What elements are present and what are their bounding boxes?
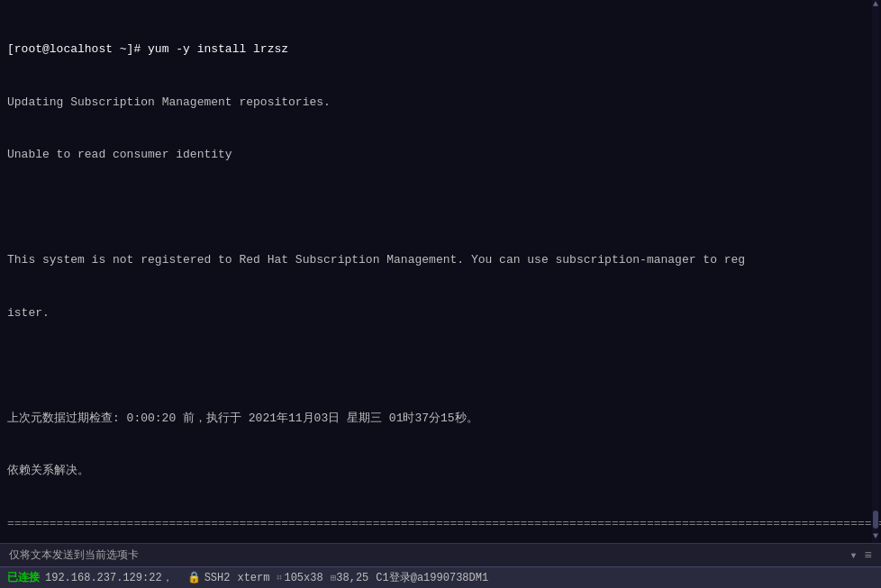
- terminal-line: ister.: [7, 304, 874, 322]
- send-bar-label: 仅将文本发送到当前选项卡: [9, 547, 139, 563]
- scroll-thumb[interactable]: [873, 511, 878, 529]
- cols-icon: ⌗: [277, 573, 282, 583]
- user2-label: @a1990738DM1: [411, 572, 488, 584]
- terminal-separator: ========================================…: [7, 515, 874, 533]
- dropdown-icon[interactable]: ▾: [849, 547, 857, 563]
- scroll-down-icon: ▼: [873, 532, 878, 541]
- term-label: xterm: [237, 572, 269, 584]
- ssh-label: SSH2: [204, 572, 231, 584]
- send-bar-actions: ▾ ≡: [849, 547, 872, 563]
- status-bar: 已连接 192.168.237.129:22， 🔒 SSH2 xterm ⌗ 1…: [0, 566, 881, 588]
- scroll-up-icon: ▲: [873, 0, 878, 9]
- connection-status: 已连接: [7, 570, 40, 585]
- zoom-level: 38,25: [336, 572, 368, 584]
- menu-icon[interactable]: ≡: [865, 548, 872, 563]
- send-text-bar: 仅将文本发送到当前选项卡 ▾ ≡: [0, 543, 881, 566]
- terminal-line: Unable to read consumer identity: [7, 146, 874, 164]
- user-label: C1登录: [376, 570, 410, 585]
- connection-ip: 192.168.237.129:22，: [45, 570, 173, 585]
- terminal-line: This system is not registered to Red Hat…: [7, 251, 874, 269]
- terminal-line: Updating Subscription Management reposit…: [7, 94, 874, 112]
- terminal-window[interactable]: [root@localhost ~]# yum -y install lrzsz…: [0, 0, 881, 543]
- terminal-output: [root@localhost ~]# yum -y install lrzsz…: [7, 5, 874, 543]
- lock-icon: 🔒: [187, 571, 201, 584]
- terminal-line: [7, 357, 874, 375]
- cols-rows: 105x38: [284, 572, 322, 584]
- terminal-line: 依赖关系解决。: [7, 462, 874, 480]
- zoom-icon: ⊞: [331, 572, 337, 583]
- scroll-indicator[interactable]: ▲ ▼: [872, 0, 879, 543]
- terminal-line: [root@localhost ~]# yum -y install lrzsz: [7, 41, 874, 59]
- terminal-line: 上次元数据过期检查: 0:00:20 前，执行于 2021年11月03日 星期三…: [7, 410, 874, 428]
- terminal-line: [7, 199, 874, 217]
